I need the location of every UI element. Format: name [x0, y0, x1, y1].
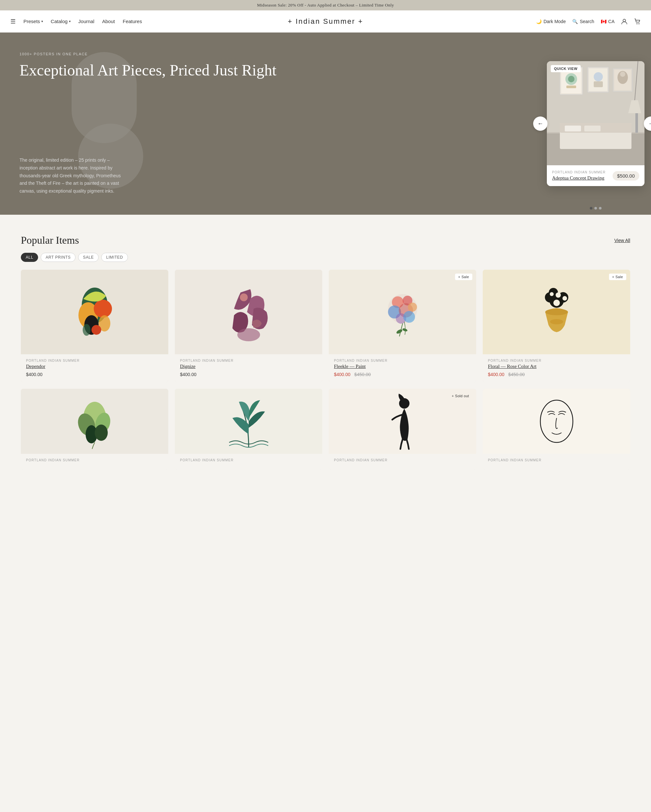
- arrow-left-icon: ←: [537, 121, 543, 127]
- quick-view-button[interactable]: QUICK VIEW: [551, 65, 581, 72]
- product-brand-floral: PORTLAND INDIAN SUMMER: [488, 359, 625, 362]
- hero-content: 1000+ POSTERS IN ONE PLACE Exceptional A…: [20, 52, 521, 87]
- hero-card-brand: PORTLAND INDIAN SUMMER: [552, 171, 606, 174]
- art-fleekle: [375, 279, 430, 345]
- filter-sale[interactable]: SALE: [78, 253, 99, 262]
- svg-point-54: [556, 293, 561, 298]
- products-grid-row2: PORTLAND INDIAN SUMMER: [21, 389, 630, 470]
- product-name-floral[interactable]: Floral — Rose Color Art: [488, 364, 625, 369]
- hero-right: ← QUICK VIEW: [540, 32, 651, 215]
- product-card-fleekle[interactable]: + Sale: [329, 270, 476, 382]
- hero-prev-button[interactable]: ←: [533, 116, 547, 131]
- hero-next-button[interactable]: →: [644, 116, 651, 131]
- product-price-dignize: $400.00: [180, 372, 317, 377]
- svg-point-33: [83, 324, 90, 336]
- svg-point-43: [408, 302, 417, 312]
- product-price-dependor: $400.00: [26, 372, 163, 377]
- search-button[interactable]: 🔍 Search: [572, 19, 594, 24]
- svg-point-58: [550, 319, 563, 324]
- svg-point-49: [545, 309, 568, 315]
- product-card-floral[interactable]: + Sale: [483, 270, 630, 382]
- product-info-floral: PORTLAND INDIAN SUMMER Floral — Rose Col…: [483, 354, 630, 382]
- nav-left: ☰ Presets ▾ Catalog ▾ Journal About Feat…: [11, 18, 142, 25]
- product-card-face[interactable]: PORTLAND INDIAN SUMMER: [483, 389, 630, 470]
- hero-title: Exceptional Art Pieces, Priced Just Righ…: [20, 61, 521, 79]
- svg-point-22: [620, 72, 625, 77]
- product-brand-face: PORTLAND INDIAN SUMMER: [488, 458, 625, 462]
- svg-point-1: [637, 23, 638, 24]
- hero-card-details: PORTLAND INDIAN SUMMER Adeptua Concept D…: [552, 171, 606, 181]
- hamburger-icon[interactable]: ☰: [11, 18, 15, 25]
- locale-selector[interactable]: 🇨🇦 CA: [601, 19, 614, 24]
- product-brand-fleekle: PORTLAND INDIAN SUMMER: [334, 359, 471, 362]
- nav-features[interactable]: Features: [123, 18, 142, 24]
- hero-carousel-dots: [590, 207, 602, 209]
- svg-rect-9: [584, 125, 601, 131]
- art-plant2: [223, 392, 275, 450]
- chevron-down-icon: ▾: [69, 20, 70, 23]
- products-grid-row1: PORTLAND INDIAN SUMMER Dependor $400.00: [21, 270, 630, 382]
- svg-rect-25: [636, 113, 638, 133]
- hero-product-card: QUICK VIEW: [547, 61, 645, 186]
- dark-mode-toggle[interactable]: 🌙 Dark Mode: [536, 19, 566, 24]
- svg-rect-68: [530, 392, 583, 450]
- product-card-dependor[interactable]: PORTLAND INDIAN SUMMER Dependor $400.00: [21, 270, 168, 382]
- hero-card-name[interactable]: Adeptua Concept Drawing: [552, 176, 606, 181]
- hero-left: 1000+ POSTERS IN ONE PLACE Exceptional A…: [0, 32, 540, 215]
- art-leaves: [69, 392, 121, 450]
- cart-button[interactable]: [634, 18, 640, 25]
- product-image-dependor: [21, 270, 168, 354]
- product-image-face: [483, 389, 630, 454]
- product-image-leaves: [21, 389, 168, 454]
- filter-limited[interactable]: LIMITED: [101, 253, 128, 262]
- hero-dot-3[interactable]: [599, 207, 602, 209]
- product-card-figure[interactable]: + Sold out PORTLA: [329, 389, 476, 470]
- hero-dot-1[interactable]: [590, 207, 592, 209]
- account-button[interactable]: [621, 18, 628, 25]
- product-badge-fleekle: + Sale: [455, 273, 472, 280]
- view-all-button[interactable]: View All: [614, 238, 630, 243]
- hero-section: 1000+ POSTERS IN ONE PLACE Exceptional A…: [0, 32, 651, 215]
- cart-icon: [634, 18, 640, 25]
- product-brand-dignize: PORTLAND INDIAN SUMMER: [180, 359, 317, 362]
- product-card-dignize[interactable]: PORTLAND INDIAN SUMMER Dignize $400.00: [175, 270, 322, 382]
- art-floral: [529, 279, 584, 345]
- product-info-face: PORTLAND INDIAN SUMMER: [483, 454, 630, 470]
- hero-dot-2[interactable]: [594, 207, 597, 209]
- nav-catalog[interactable]: Catalog ▾: [51, 18, 70, 24]
- svg-point-36: [240, 293, 248, 301]
- product-badge-floral: + Sale: [609, 273, 626, 280]
- art-dignize: [221, 279, 277, 345]
- product-image-figure: + Sold out: [329, 389, 476, 454]
- product-name-fleekle[interactable]: Fleekle — Paint: [334, 364, 471, 369]
- svg-rect-8: [565, 125, 581, 131]
- nav-right: 🌙 Dark Mode 🔍 Search 🇨🇦 CA: [536, 18, 640, 25]
- brand-logo[interactable]: + Indian Summer +: [288, 17, 363, 26]
- art-figure: [377, 392, 429, 450]
- product-info-plant2: PORTLAND INDIAN SUMMER: [175, 454, 322, 470]
- product-card-plant2[interactable]: PORTLAND INDIAN SUMMER: [175, 389, 322, 470]
- filter-all[interactable]: ALL: [21, 253, 38, 262]
- nav-presets[interactable]: Presets ▾: [23, 18, 43, 24]
- filter-art-prints[interactable]: ART PRINTS: [41, 253, 75, 262]
- product-info-dignize: PORTLAND INDIAN SUMMER Dignize $400.00: [175, 354, 322, 382]
- svg-rect-14: [566, 85, 576, 88]
- svg-point-64: [95, 424, 108, 441]
- room-scene: [547, 61, 645, 165]
- product-brand-dependor: PORTLAND INDIAN SUMMER: [26, 359, 163, 362]
- product-info-leaves: PORTLAND INDIAN SUMMER: [21, 454, 168, 470]
- chevron-down-icon: ▾: [41, 20, 43, 23]
- product-price-floral: $400.00 $450.00: [488, 372, 625, 377]
- product-image-plant2: [175, 389, 322, 454]
- product-card-leaves[interactable]: PORTLAND INDIAN SUMMER: [21, 389, 168, 470]
- hero-card-info: PORTLAND INDIAN SUMMER Adeptua Concept D…: [547, 165, 645, 186]
- product-price-fleekle: $400.00 $450.00: [334, 372, 471, 377]
- product-name-dependor[interactable]: Dependor: [26, 364, 163, 369]
- navigation: ☰ Presets ▾ Catalog ▾ Journal About Feat…: [0, 11, 651, 32]
- product-name-dignize[interactable]: Dignize: [180, 364, 317, 369]
- svg-point-57: [553, 300, 560, 306]
- announcement-bar: Midseason Sale: 20% Off - Auto Applied a…: [0, 0, 651, 11]
- nav-about[interactable]: About: [102, 18, 115, 24]
- nav-journal[interactable]: Journal: [78, 18, 95, 24]
- product-brand-plant2: PORTLAND INDIAN SUMMER: [180, 458, 317, 462]
